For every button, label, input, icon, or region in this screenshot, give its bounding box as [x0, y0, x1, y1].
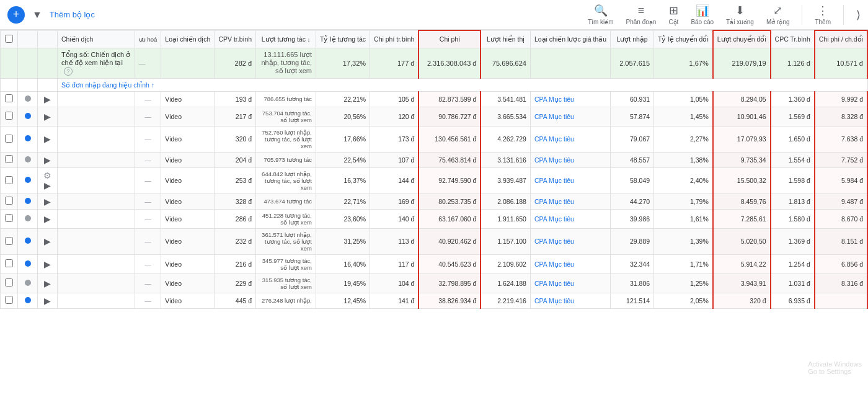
row-check[interactable]: [1, 193, 18, 209]
row-status[interactable]: [18, 209, 38, 228]
header-chi-phi[interactable]: Chi phí: [418, 30, 480, 48]
row-uu-hoa: —: [135, 228, 161, 254]
row-check[interactable]: [1, 91, 18, 107]
question-icon[interactable]: ?: [64, 67, 73, 76]
row-check[interactable]: [1, 228, 18, 254]
row-loai-chien-luoc[interactable]: CPA Mục tiêu: [530, 228, 610, 254]
row-ty-le-chuyen-doi: 1,39%: [654, 228, 713, 254]
report-action[interactable]: 📊 Báo cáo: [691, 4, 714, 25]
video-icon: ▶: [44, 112, 51, 122]
search-label: Tìm kiếm: [588, 19, 614, 25]
row-loai-chien-luoc[interactable]: CPA Mục tiêu: [530, 254, 610, 273]
row-loai-chien-luoc[interactable]: CPA Mục tiêu: [530, 91, 610, 107]
header-cpv[interactable]: CPV tr.bình: [215, 30, 256, 48]
row-check[interactable]: [1, 152, 18, 167]
row-status[interactable]: [18, 91, 38, 107]
row-status[interactable]: [18, 293, 38, 308]
row-check[interactable]: [1, 209, 18, 228]
select-all-checkbox[interactable]: [5, 35, 13, 43]
row-status[interactable]: [18, 193, 38, 209]
row-checkbox[interactable]: [5, 112, 13, 120]
row-luot-nhap: 58.049: [611, 167, 654, 193]
add-button[interactable]: +: [7, 6, 25, 24]
row-loai-chien-luoc[interactable]: CPA Mục tiêu: [530, 273, 610, 293]
filter-label[interactable]: Thêm bộ lọc: [50, 10, 95, 19]
summary-luot-hien-thi: 75.696.624: [480, 48, 530, 78]
search-action[interactable]: 🔍 Tìm kiếm: [588, 4, 614, 25]
row-loai-chien-luoc[interactable]: CPA Mục tiêu: [530, 107, 610, 126]
row-cpc-tb: 1.569 đ: [771, 107, 815, 126]
row-check[interactable]: [1, 107, 18, 126]
row-checkbox[interactable]: [5, 176, 13, 184]
row-loai-chien-dich: Video: [161, 273, 215, 293]
header-chi-phi-ch-doi[interactable]: Chi phí / ch.đổi: [815, 30, 867, 48]
row-luot-chuyen-doi: 17.079,93: [713, 126, 771, 152]
sub-header-label[interactable]: Số đơn nhập đang hiệu chỉnh ↑: [58, 78, 868, 91]
row-check[interactable]: [1, 273, 18, 293]
row-check[interactable]: [1, 126, 18, 152]
row-loai-chien-luoc[interactable]: CPA Mục tiêu: [530, 193, 610, 209]
row-loai-chien-luoc[interactable]: CPA Mục tiêu: [530, 293, 610, 308]
row-status[interactable]: [18, 126, 38, 152]
row-chi-phi: 130.456.561 đ: [418, 126, 480, 152]
row-checkbox[interactable]: [5, 94, 13, 102]
row-ty-le-chuyen-doi: 1,25%: [654, 273, 713, 293]
expand-action[interactable]: ⤢ Mở rộng: [766, 4, 790, 25]
row-checkbox[interactable]: [5, 296, 13, 304]
gear-icon[interactable]: ⚙: [43, 171, 51, 180]
row-luot-hien-thi: 4.262.729: [480, 126, 530, 152]
row-status[interactable]: [18, 254, 38, 273]
column-label: Cột: [668, 19, 678, 25]
segment-action[interactable]: ≡ Phân đoạn: [626, 4, 657, 25]
resize-action[interactable]: ⟩: [856, 8, 861, 22]
row-uu-hoa: —: [135, 273, 161, 293]
row-loai-chien-luoc[interactable]: CPA Mục tiêu: [530, 152, 610, 167]
row-ty-le: 23,60%: [316, 209, 370, 228]
header-loai-chien-luoc[interactable]: Loại chiến lược giá thầu: [530, 30, 610, 48]
row-status[interactable]: [18, 228, 38, 254]
video-icon: ▶: [44, 197, 51, 207]
row-loai-chien-luoc[interactable]: CPA Mục tiêu: [530, 126, 610, 152]
header-luot-hien-thi[interactable]: Lượt hiển thị: [480, 30, 530, 48]
row-loai-chien-dich: Video: [161, 91, 215, 107]
status-dot: [25, 135, 31, 141]
row-status[interactable]: [18, 273, 38, 293]
summary-luot-chuyen-doi: 219.079,19: [713, 48, 771, 78]
column-action[interactable]: ⊞ Cột: [668, 4, 678, 25]
row-checkbox[interactable]: [5, 237, 13, 245]
row-check[interactable]: [1, 167, 18, 193]
row-checkbox[interactable]: [5, 259, 13, 267]
header-cpc-tb[interactable]: CPC Tr.bình: [771, 30, 815, 48]
row-checkbox[interactable]: [5, 278, 13, 287]
row-chi-phi-tb: 140 đ: [370, 209, 419, 228]
row-luot-hien-thi: 2.086.188: [480, 193, 530, 209]
header-ty-le-chuyen-doi[interactable]: Tỷ lệ chuyển đổi: [654, 30, 713, 48]
row-loai-chien-luoc[interactable]: CPA Mục tiêu: [530, 209, 610, 228]
more-action[interactable]: ⋮ Thêm: [815, 4, 831, 25]
row-checkbox[interactable]: [5, 155, 13, 163]
row-checkbox[interactable]: [5, 214, 13, 222]
header-ty-le-tuong-tac[interactable]: Tỷ lệ tương tác: [316, 30, 370, 48]
header-chi-phi-tb[interactable]: Chi phí tr.bình: [370, 30, 419, 48]
header-check[interactable]: [1, 30, 18, 48]
row-status[interactable]: [18, 167, 38, 193]
row-video-icon: ▶: [38, 107, 58, 126]
filter-icon[interactable]: ▼: [30, 7, 45, 23]
download-action[interactable]: ⬇ Tải xuống: [726, 4, 754, 25]
header-campaign[interactable]: Chiến dịch: [58, 30, 135, 48]
row-status[interactable]: [18, 152, 38, 167]
row-status[interactable]: [18, 107, 38, 126]
row-loai-chien-dich: Video: [161, 293, 215, 308]
header-luot-chuyen-doi[interactable]: Lượt chuyển đổi: [713, 30, 771, 48]
header-luot-nhap[interactable]: Lượt nhập: [611, 30, 654, 48]
row-checkbox[interactable]: [5, 135, 13, 143]
row-checkbox[interactable]: [5, 197, 13, 205]
header-loai-chien-dich[interactable]: Loại chiến dịch: [161, 30, 215, 48]
row-chi-phi-ch-doi: [815, 293, 867, 308]
row-loai-chien-luoc[interactable]: CPA Mục tiêu: [530, 167, 610, 193]
row-uu-hoa: —: [135, 254, 161, 273]
row-campaign-name: [58, 193, 135, 209]
header-luot-tuong-tac[interactable]: Lượt tương tác ↓: [256, 30, 316, 48]
row-check[interactable]: [1, 254, 18, 273]
row-check[interactable]: [1, 293, 18, 308]
